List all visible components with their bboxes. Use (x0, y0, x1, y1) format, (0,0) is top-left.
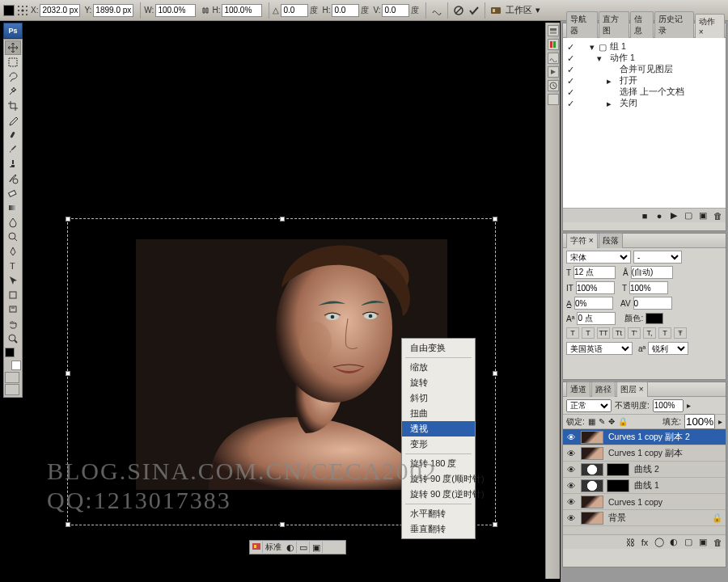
vscale-input[interactable] (576, 281, 615, 294)
toggle-check-icon[interactable]: ✓ (565, 99, 576, 108)
skewh-input[interactable] (332, 4, 359, 17)
heal-tool[interactable] (5, 128, 21, 142)
tab-导航器[interactable]: 导航器 (566, 11, 598, 38)
toggle-check-icon[interactable]: ✓ (565, 87, 576, 97)
menu-旋转 180 度[interactable]: 旋转 180 度 (402, 456, 475, 471)
styles-icon[interactable] (548, 94, 559, 105)
crop-tool[interactable] (5, 99, 21, 113)
handle-se[interactable] (493, 522, 497, 527)
text-color-swatch[interactable] (645, 313, 663, 324)
lock-trans-icon[interactable]: ▦ (588, 417, 595, 426)
screenmode-std-icon[interactable]: ◐ (284, 542, 297, 553)
actions-icon[interactable] (548, 66, 559, 78)
tab-段落[interactable]: 段落 (599, 233, 623, 248)
tab-动作[interactable]: 动作 × (695, 14, 725, 38)
gradient-tool[interactable] (5, 200, 21, 215)
handle-sw[interactable] (66, 522, 70, 527)
w-input[interactable] (155, 4, 196, 17)
baseline-input[interactable] (577, 312, 616, 325)
style-T[interactable]: T (566, 327, 579, 339)
history-brush-tool[interactable] (5, 171, 21, 186)
antialias-select[interactable]: 锐利 (648, 342, 688, 355)
fx-icon[interactable]: fx (640, 538, 650, 547)
y-input[interactable] (93, 4, 133, 17)
go-to-bridge-icon[interactable] (489, 3, 503, 18)
tab-通道[interactable]: 通道 (566, 382, 590, 397)
tab-字符[interactable]: 字符 × (566, 233, 598, 248)
screenmode-bar[interactable]: 标准 ◐ ▭ ▣ (249, 540, 346, 555)
menu-透视[interactable]: 透视 (402, 421, 475, 436)
record-icon[interactable]: ● (654, 211, 664, 221)
notes-tool[interactable] (5, 302, 21, 317)
hand-tool[interactable] (5, 317, 21, 331)
toggle-check-icon[interactable]: ✓ (565, 65, 576, 74)
foreground-swatch[interactable] (5, 348, 15, 357)
style-Ŧ[interactable]: Ŧ (674, 327, 687, 339)
new-set-icon[interactable]: ▢ (684, 211, 693, 221)
warp-mode-icon[interactable] (430, 3, 444, 18)
menu-缩放[interactable]: 缩放 (402, 360, 475, 375)
layers-panel-tabs[interactable]: 通道路径图层 × (563, 382, 726, 397)
layer-row[interactable]: 👁Curves 1 copy 副本 2 (563, 429, 726, 445)
workspace-menu[interactable]: 工作区 ▾ (506, 4, 540, 16)
move-tool[interactable] (5, 40, 21, 55)
leading-input[interactable] (631, 266, 673, 279)
history-icon[interactable] (548, 80, 559, 91)
path-select-tool[interactable] (5, 273, 21, 288)
toggle-check-icon[interactable]: ✓ (565, 42, 576, 52)
tab-图层[interactable]: 图层 × (616, 382, 648, 397)
handle-n[interactable] (280, 217, 285, 221)
document-canvas[interactable]: ✢ (23, 21, 545, 579)
wand-tool[interactable] (5, 84, 21, 99)
quickmask-toggle[interactable] (5, 372, 21, 396)
tab-信息[interactable]: 信息 (630, 11, 654, 38)
reference-point-grid[interactable] (15, 3, 30, 18)
visibility-icon[interactable]: 👁 (563, 465, 579, 474)
channels-icon[interactable] (548, 39, 559, 50)
toggle-check-icon[interactable]: ✓ (565, 53, 576, 63)
transform-context-menu[interactable]: 自由变换缩放旋转斜切扭曲透视变形旋转 180 度旋转 90 度(顺时针)旋转 9… (401, 338, 476, 539)
style-T[interactable]: T (658, 327, 671, 339)
group-icon[interactable]: ▢ (684, 538, 693, 547)
style-T[interactable]: T (582, 327, 595, 339)
font-style-select[interactable]: - (633, 251, 682, 264)
font-size-input[interactable] (574, 266, 616, 279)
screenmode-full-icon[interactable]: ▭ (297, 542, 310, 553)
lock-paint-icon[interactable]: ✎ (599, 417, 605, 426)
x-input[interactable] (40, 4, 80, 17)
lock-move-icon[interactable]: ✥ (608, 417, 615, 426)
layer-row[interactable]: 👁曲线 2 (563, 462, 726, 478)
marquee-tool[interactable] (5, 55, 21, 70)
visibility-icon[interactable]: 👁 (563, 481, 579, 491)
skewv-input[interactable] (382, 4, 409, 17)
menu-变形[interactable]: 变形 (402, 436, 475, 452)
menu-旋转 90 度(逆时针)[interactable]: 旋转 90 度(逆时针) (402, 487, 475, 502)
action-row[interactable]: ✓▾动作 1 (565, 53, 724, 64)
link-wh-icon[interactable] (200, 4, 211, 17)
handle-nw[interactable] (66, 217, 70, 221)
layer-list[interactable]: 👁Curves 1 copy 副本 2👁Curves 1 copy 副本👁曲线 … (563, 429, 726, 534)
h-input[interactable] (222, 4, 262, 17)
new-action-icon[interactable]: ▣ (698, 211, 708, 221)
actions-panel-tabs[interactable]: 导航器直方图信息历史记录动作 × (563, 23, 726, 38)
dodge-tool[interactable] (5, 230, 21, 244)
pen-tool[interactable] (5, 244, 21, 259)
tracking-input[interactable] (633, 297, 672, 310)
paths-icon[interactable] (548, 53, 559, 64)
handle-ne[interactable] (493, 217, 497, 221)
style-Tt[interactable]: Tt (612, 327, 625, 339)
menu-垂直翻转[interactable]: 垂直翻转 (402, 521, 475, 537)
mask-icon[interactable]: ◯ (654, 538, 664, 547)
visibility-icon[interactable]: 👁 (563, 497, 579, 507)
new-layer-icon[interactable]: ▣ (698, 538, 708, 547)
menu-自由变换[interactable]: 自由变换 (402, 340, 475, 356)
lasso-tool[interactable] (5, 70, 21, 84)
layer-row[interactable]: 👁曲线 1 (563, 478, 726, 494)
opacity-arrow-icon[interactable]: ▸ (687, 401, 691, 410)
shape-tool[interactable] (5, 288, 21, 302)
eyedropper-tool[interactable] (5, 113, 21, 128)
handle-e[interactable] (493, 371, 497, 376)
background-swatch[interactable] (11, 361, 21, 370)
font-family-select[interactable]: 宋体 (566, 251, 631, 264)
kerning-input[interactable] (574, 297, 613, 310)
